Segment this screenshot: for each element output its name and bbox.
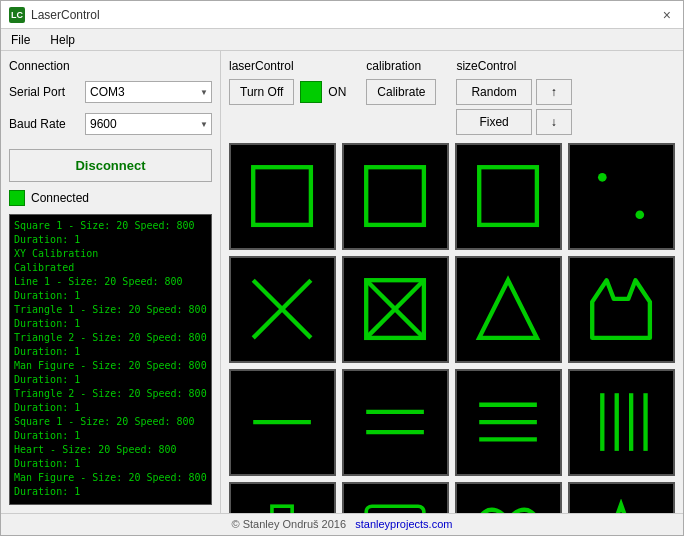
status-text: Connected [31,191,89,205]
star-svg [585,499,657,513]
lines-double-svg [359,386,431,458]
square3-svg [472,160,544,232]
svg-rect-2 [480,168,538,226]
log-line-3: Line 1 - Size: 20 Speed: 800 Duration: 1 [14,275,207,303]
log-line-8: Square 1 - Size: 20 Speed: 800 Duration:… [14,415,207,443]
size-control-group: sizeControl Random ↑ Fixed ↓ [456,59,571,135]
menu-help[interactable]: Help [44,31,81,49]
close-button[interactable]: × [659,7,675,23]
up-button[interactable]: ↑ [536,79,572,105]
log-line-6: Man Figure - Size: 20 Speed: 800 Duratio… [14,359,207,387]
random-button[interactable]: Random [456,79,531,105]
shape-triangle[interactable] [455,256,562,363]
baud-rate-row: Baud Rate 9600 [9,113,212,135]
calibration-inner: Calibrate [366,79,436,105]
right-panel: laserControl Turn Off ON calibration Cal… [221,51,683,513]
shape-cat[interactable] [568,256,675,363]
shape-face[interactable] [342,482,449,513]
controls-row: laserControl Turn Off ON calibration Cal… [229,59,675,135]
down-button[interactable]: ↓ [536,109,572,135]
menu-file[interactable]: File [5,31,36,49]
svg-rect-0 [254,168,312,226]
main-content: Connection Serial Port COM3 Baud Rate 96… [1,51,683,513]
title-bar: LC LaserControl × [1,1,683,29]
serial-port-row: Serial Port COM3 [9,81,212,103]
log-line-4: Triangle 1 - Size: 20 Speed: 800 Duratio… [14,303,207,331]
baud-rate-label: Baud Rate [9,117,79,131]
svg-point-4 [636,211,645,220]
disconnect-button[interactable]: Disconnect [9,149,212,182]
svg-rect-1 [367,168,425,226]
turn-off-button[interactable]: Turn Off [229,79,294,105]
footer: © Stanley Ondruš 2016 stanleyprojects.co… [1,513,683,535]
baud-rate-select[interactable]: 9600 [85,113,212,135]
shape-dots[interactable] [568,143,675,250]
footer-copyright: © Stanley Ondruš 2016 [232,518,347,530]
shape-square2[interactable] [342,143,449,250]
cross-figure-svg [246,499,318,513]
shape-heart[interactable] [455,482,562,513]
lines-vertical-svg [585,386,657,458]
svg-marker-28 [594,505,649,513]
serial-port-label: Serial Port [9,85,79,99]
calibration-group: calibration Calibrate [366,59,436,105]
log-line-5: Triangle 2 - Size: 20 Speed: 800 Duratio… [14,331,207,359]
calibration-label: calibration [366,59,436,73]
calibrate-button[interactable]: Calibrate [366,79,436,105]
line-single-svg [246,386,318,458]
shape-lines-triple[interactable] [455,369,562,476]
status-row: Connected [9,188,212,208]
log-line-0: Square 1 - Size: 20 Speed: 800 Duration:… [14,219,207,247]
laser-control-label: laserControl [229,59,346,73]
status-led [9,190,25,206]
log-line-2: Calibrated [14,261,207,275]
shape-lines-double[interactable] [342,369,449,476]
shape-star[interactable] [568,482,675,513]
shape-lines-vertical[interactable] [568,369,675,476]
face-svg [359,499,431,513]
svg-marker-10 [480,281,538,339]
window-title: LaserControl [31,8,100,22]
left-panel: Connection Serial Port COM3 Baud Rate 96… [1,51,221,513]
log-line-10: Man Figure - Size: 20 Speed: 800 Duratio… [14,471,207,499]
shapes-grid [229,143,675,513]
laser-control-inner: Turn Off ON [229,79,346,105]
svg-point-3 [598,173,607,182]
log-line-9: Heart - Size: 20 Speed: 800 Duration: 1 [14,443,207,471]
shape-square3[interactable] [455,143,562,250]
baud-rate-wrapper: 9600 [85,113,212,135]
laser-control-group: laserControl Turn Off ON [229,59,346,105]
lines-triple-svg [472,386,544,458]
shape-square[interactable] [229,143,336,250]
fixed-button[interactable]: Fixed [456,109,531,135]
size-control-label: sizeControl [456,59,571,73]
shape-x-cross[interactable] [229,256,336,363]
dots-svg [585,160,657,232]
app-icon: LC [9,7,25,23]
log-line-7: Triangle 2 - Size: 20 Speed: 800 Duratio… [14,387,207,415]
shape-line-single[interactable] [229,369,336,476]
log-area: Square 1 - Size: 20 Speed: 800 Duration:… [9,214,212,505]
connection-label: Connection [9,59,212,73]
x-cross-svg [246,273,318,345]
x-box-svg [359,273,431,345]
square2-svg [359,160,431,232]
shape-x-box[interactable] [342,256,449,363]
title-left: LC LaserControl [9,7,100,23]
serial-port-wrapper: COM3 [85,81,212,103]
size-control-grid: Random ↑ Fixed ↓ [456,79,571,135]
shape-cross-figure[interactable] [229,482,336,513]
log-line-1: XY Calibration [14,247,207,261]
main-window: LC LaserControl × File Help Connection S… [0,0,684,536]
triangle-svg [472,273,544,345]
on-label: ON [328,85,346,99]
footer-link[interactable]: stanleyprojects.com [355,518,452,530]
laser-led [300,81,322,103]
cat-svg [585,273,657,345]
heart-svg [472,499,544,513]
square-svg [246,160,318,232]
menu-bar: File Help [1,29,683,51]
serial-port-select[interactable]: COM3 [85,81,212,103]
